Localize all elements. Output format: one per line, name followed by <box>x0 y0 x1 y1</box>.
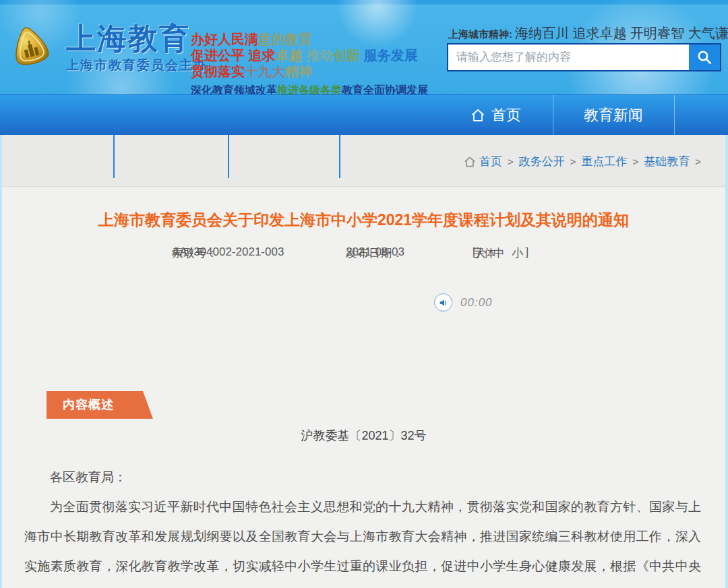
main-nav: 首页 教育新闻 <box>0 94 728 135</box>
bracket-close: ] <box>525 245 528 259</box>
nav-item-label: 首页 <box>491 105 521 125</box>
slogans: 办好人民满意的教育促进公平 追求卓越 推动创新 服务发展贯彻落实十九大精神深化教… <box>191 31 428 98</box>
slogan-line: 办好人民满意的教育 <box>191 31 428 47</box>
document-number: 沪教委基〔2021〕32号 <box>2 428 725 444</box>
audio-player: 00:00 <box>434 293 493 312</box>
nav-item-news[interactable]: 教育新闻 <box>553 95 674 136</box>
city-spirit-text: 海纳百川 追求卓越 开明睿智 大气谦和 <box>515 24 728 42</box>
bracket-open: [ <box>473 245 476 259</box>
breadcrumb: 首页 > 政务公开 > 重点工作 > 基础教育 > <box>463 154 706 169</box>
breadcrumb-separator: > <box>570 156 576 167</box>
shanghai-education-emblem-icon <box>7 23 55 74</box>
search-input[interactable] <box>448 45 689 70</box>
menu-separator <box>113 135 115 178</box>
nav-item-home[interactable]: 首页 <box>438 95 553 136</box>
search-button[interactable] <box>689 45 720 70</box>
site-subtitle: 上海市教育委员会主办 <box>66 57 208 74</box>
breadcrumb-separator: > <box>695 156 701 167</box>
meta-date-value: 2021-08-03 <box>346 245 404 259</box>
breadcrumb-basic-education[interactable]: 基础教育 <box>644 154 690 169</box>
breadcrumb-home[interactable]: 首页 <box>479 154 502 169</box>
font-size-small[interactable]: 小 <box>512 247 523 260</box>
nav-separator <box>553 95 553 136</box>
paragraph: 为全面贯彻落实习近平新时代中国特色社会主义思想和党的十九大精神，贯彻落实党和国家… <box>24 492 701 588</box>
search-icon <box>696 49 712 65</box>
nav-separator <box>674 95 675 136</box>
search-box <box>447 43 721 71</box>
slogan-line: 贯彻落实十九大精神 <box>191 63 428 80</box>
audio-time: 00:00 <box>460 296 493 310</box>
article-meta: 索取号：AA4304002-2021-003 发布日期：2021-08-03 字… <box>2 245 725 262</box>
menu-separator <box>339 135 340 178</box>
article-body: 各区教育局： 为全面贯彻落实习近平新时代中国特色社会主义思想和党的十九大精神，贯… <box>24 463 701 588</box>
city-spirit: 上海城市精神: 海纳百川 追求卓越 开明睿智 大气谦和 <box>448 24 728 42</box>
breadcrumb-separator: > <box>508 156 514 167</box>
breadcrumb-key-work[interactable]: 重点工作 <box>581 154 627 169</box>
home-icon <box>463 155 477 169</box>
nav-item-label: 教育新闻 <box>584 105 643 125</box>
site-logo[interactable]: 上海教育 上海市教育委员会主办 <box>7 23 208 74</box>
home-icon <box>470 107 486 123</box>
meta-index-value: AA4304002-2021-003 <box>172 245 284 259</box>
speaker-icon <box>439 298 448 307</box>
page-body: 首页 > 政务公开 > 重点工作 > 基础教育 > 上海市教育委员会关于印发上海… <box>0 135 728 588</box>
audio-play-button[interactable] <box>434 293 452 312</box>
menu-separator <box>228 135 229 178</box>
breadcrumb-separator: > <box>632 156 638 167</box>
slogan-line: 促进公平 追求卓越 推动创新 服务发展 <box>191 47 428 63</box>
site-name: 上海教育 <box>66 23 208 54</box>
site-header: 上海教育 上海市教育委员会主办 办好人民满意的教育促进公平 追求卓越 推动创新 … <box>0 0 728 94</box>
article: 上海市教育委员会关于印发上海市中小学2021学年度课程计划及其说明的通知 索取号… <box>2 187 725 588</box>
salutation: 各区教育局： <box>24 463 701 492</box>
font-size-label: 字体 <box>473 245 495 261</box>
breadcrumb-gov-affairs[interactable]: 政务公开 <box>519 154 565 169</box>
breadcrumb-strip: 首页 > 政务公开 > 重点工作 > 基础教育 > <box>2 135 725 187</box>
tab-content-overview[interactable]: 内容概述 <box>47 391 153 419</box>
city-spirit-label: 上海城市精神: <box>448 28 512 41</box>
font-size-control: 字体 [ 大 中 小 ] <box>473 245 525 261</box>
article-title: 上海市教育委员会关于印发上海市中小学2021学年度课程计划及其说明的通知 <box>2 210 725 231</box>
